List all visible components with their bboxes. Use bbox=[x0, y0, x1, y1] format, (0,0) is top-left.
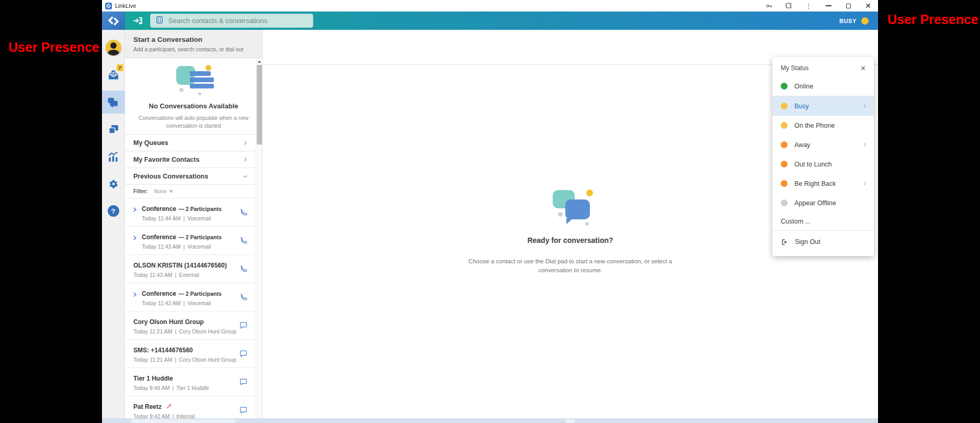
conversation-meta: Today 11:44 AM|Voicemail bbox=[142, 215, 238, 221]
panel-scrollbar[interactable] bbox=[256, 58, 262, 423]
search-box bbox=[150, 14, 313, 28]
conversation-participants: — 2 Participants bbox=[178, 291, 221, 297]
conversation-list-item[interactable]: OLSON KRISTIN (14144676560) Today 11:43 … bbox=[125, 254, 262, 283]
status-menu-item[interactable]: On the Phone bbox=[772, 116, 874, 135]
conversations-illustration-icon bbox=[171, 65, 216, 96]
filter-label: Filter: bbox=[133, 188, 148, 194]
expand-chevron-icon[interactable] bbox=[132, 292, 138, 297]
annotation-user-presence-right: User Presence bbox=[887, 12, 978, 27]
conversation-list-item[interactable]: Tier 1 Huddle Today 9:49 AM|Tier 1 Huddl… bbox=[125, 368, 262, 396]
chevron-right-icon bbox=[862, 181, 868, 186]
section-my-favorite-contacts[interactable]: My Favorite Contacts bbox=[125, 151, 262, 168]
chevron-right-icon bbox=[242, 157, 248, 163]
filter-row: Filter: None bbox=[125, 184, 262, 198]
key-icon[interactable] bbox=[764, 2, 773, 10]
status-menu-item[interactable]: Away bbox=[772, 135, 874, 154]
call-button[interactable] bbox=[238, 292, 248, 303]
conversation-list-item[interactable]: Conference — 2 Participants Today 11:43 … bbox=[125, 226, 262, 254]
status-dot-icon bbox=[781, 122, 788, 129]
conversation-meta: Today 11:21 AM|Cory Olson Hunt Group bbox=[133, 328, 238, 335]
sidebar-rail: 7 bbox=[102, 30, 125, 423]
close-menu-icon[interactable]: ✕ bbox=[860, 65, 866, 72]
call-button[interactable] bbox=[238, 264, 248, 274]
chevron-right-icon bbox=[862, 103, 868, 109]
filter-value[interactable]: None bbox=[154, 188, 174, 194]
chart-icon bbox=[107, 150, 120, 163]
call-button[interactable] bbox=[238, 207, 248, 218]
section-my-queues[interactable]: My Queues bbox=[125, 134, 262, 151]
conversation-panel: Start a Conversation Add a participant, … bbox=[125, 30, 263, 423]
inbox-badge: 7 bbox=[117, 64, 123, 71]
panel-header: Start a Conversation Add a participant, … bbox=[125, 30, 262, 58]
main-empty-title: Ready for conversation? bbox=[527, 236, 613, 244]
conversation-title: Cory Olson Hunt Group bbox=[133, 318, 204, 326]
panel-subtitle: Add a participant, search contacts, or d… bbox=[133, 46, 254, 52]
close-icon[interactable]: ✕ bbox=[863, 2, 873, 10]
scroll-thumb[interactable] bbox=[257, 65, 262, 144]
chevron-right-icon bbox=[862, 142, 868, 148]
menu-dots-icon[interactable]: ⋮ bbox=[804, 2, 813, 10]
conversation-list-item[interactable]: Conference — 2 Participants Today 11:44 … bbox=[125, 198, 262, 226]
chat-button[interactable] bbox=[238, 320, 248, 331]
menu-item-sign-out[interactable]: Sign Out bbox=[772, 231, 874, 253]
conversation-title: Conference bbox=[142, 290, 176, 297]
conversation-meta: Today 9:49 AM|Tier 1 Huddle bbox=[133, 385, 238, 391]
panel-title: Start a Conversation bbox=[133, 36, 254, 43]
status-dot-icon bbox=[781, 141, 788, 148]
conversation-list-item[interactable]: SMS: +14144676560 Today 11:21 AM|Cory Ol… bbox=[125, 339, 262, 368]
expand-chevron-icon[interactable] bbox=[132, 207, 138, 213]
expand-chevron-icon[interactable] bbox=[132, 235, 138, 241]
chat-bubbles-icon bbox=[107, 96, 120, 109]
sidebar-item-reports[interactable] bbox=[102, 145, 125, 168]
linklive-logo-icon bbox=[102, 12, 125, 30]
chevron-right-icon bbox=[242, 140, 248, 146]
sidebar-item-settings[interactable] bbox=[102, 172, 125, 195]
conversation-title: OLSON KRISTIN (14144676560) bbox=[133, 262, 227, 269]
call-button[interactable] bbox=[238, 236, 248, 246]
status-menu-item[interactable]: Be Right Back bbox=[772, 174, 874, 193]
sidebar-item-profile[interactable] bbox=[102, 36, 125, 59]
sidebar-item-workspaces[interactable] bbox=[102, 118, 125, 141]
minimize-icon[interactable] bbox=[824, 2, 833, 10]
search-input[interactable] bbox=[168, 17, 308, 25]
chat-button[interactable] bbox=[238, 405, 248, 416]
scroll-up-icon[interactable] bbox=[258, 60, 261, 63]
menu-item-custom[interactable]: Custom ... bbox=[772, 213, 874, 230]
status-dot-icon bbox=[781, 199, 788, 206]
chat-button[interactable] bbox=[238, 377, 248, 387]
section-previous-conversations[interactable]: Previous Conversations bbox=[125, 168, 262, 184]
sidebar-item-conversations[interactable] bbox=[102, 91, 125, 114]
status-menu-header: My Status ✕ bbox=[772, 59, 874, 76]
window-title: LinkLive bbox=[115, 3, 136, 9]
conversation-title: Pat Reetz bbox=[133, 403, 162, 410]
sign-out-icon bbox=[781, 238, 789, 246]
status-menu-item[interactable]: Appear Offline bbox=[772, 193, 874, 213]
status-menu-item[interactable]: Out to Lunch bbox=[772, 154, 874, 174]
conversation-meta: Today 11:43 AM|External bbox=[133, 272, 238, 278]
add-participant-icon[interactable] bbox=[132, 15, 143, 27]
conversation-participants: — 2 Participants bbox=[178, 206, 221, 212]
status-menu-title: My Status bbox=[781, 64, 860, 72]
bottom-bar bbox=[102, 418, 878, 423]
extensions-puzzle-icon[interactable] bbox=[784, 2, 793, 10]
sidebar-item-help[interactable]: ? bbox=[102, 199, 125, 222]
status-menu-item[interactable]: Busy bbox=[772, 96, 874, 116]
annotation-user-presence-left: User Presence bbox=[8, 40, 99, 55]
chat-button[interactable] bbox=[238, 349, 248, 359]
help-icon: ? bbox=[108, 205, 119, 217]
status-dot-icon bbox=[781, 103, 788, 109]
empty-state-title: No Conversations Available bbox=[138, 102, 249, 110]
status-menu-item[interactable]: Online bbox=[772, 76, 874, 96]
conversation-list-item[interactable]: Conference — 2 Participants Today 11:42 … bbox=[125, 283, 262, 311]
conversation-title: Tier 1 Huddle bbox=[133, 375, 173, 382]
user-status-control[interactable]: BUSY bbox=[839, 17, 878, 25]
panel-scroll-area: No Conversations Available Conversations… bbox=[125, 58, 262, 423]
maximize-icon[interactable] bbox=[844, 2, 853, 10]
ready-conversation-illustration-icon bbox=[544, 188, 597, 227]
status-label: BUSY bbox=[839, 18, 857, 24]
conversation-list: Conference — 2 Participants Today 11:44 … bbox=[125, 198, 262, 423]
conversation-list-item[interactable]: Cory Olson Hunt Group Today 11:21 AM|Cor… bbox=[125, 311, 262, 339]
avatar bbox=[106, 40, 121, 55]
conversation-title: Conference bbox=[142, 233, 176, 241]
sidebar-item-inbox[interactable]: 7 bbox=[102, 63, 125, 86]
